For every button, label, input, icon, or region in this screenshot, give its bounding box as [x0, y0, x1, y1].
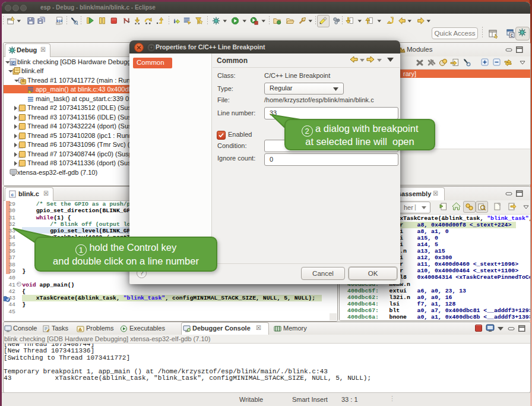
svg-text:C: C [511, 34, 513, 38]
svg-text:i: i [174, 18, 176, 24]
svg-text:C: C [12, 61, 14, 65]
svg-text:c: c [11, 192, 14, 197]
